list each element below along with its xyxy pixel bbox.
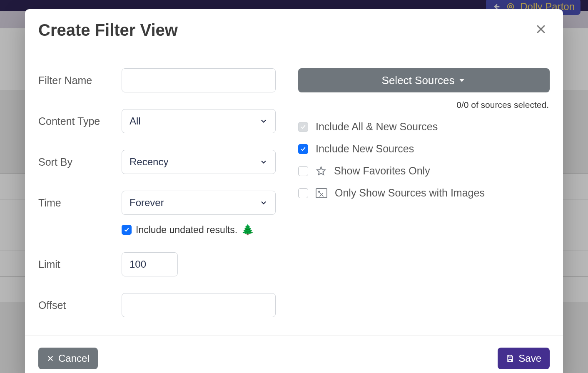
include-all-new-label: Include All & New Sources — [316, 121, 438, 133]
close-icon[interactable] — [532, 21, 550, 39]
label-filter-name: Filter Name — [38, 75, 122, 87]
option-favorites-only: Show Favorites Only — [298, 165, 550, 177]
chevron-down-icon — [259, 158, 268, 166]
include-new-label: Include New Sources — [316, 143, 414, 155]
images-only-label: Only Show Sources with Images — [335, 187, 485, 199]
x-icon — [47, 355, 54, 362]
sort-by-value: Recency — [130, 156, 168, 168]
chevron-down-icon — [259, 199, 268, 207]
image-icon — [316, 188, 327, 198]
save-icon — [506, 354, 514, 363]
limit-input[interactable] — [122, 252, 178, 276]
option-include-new: Include New Sources — [298, 143, 550, 155]
include-undated-checkbox[interactable] — [122, 225, 132, 235]
include-new-checkbox[interactable] — [298, 144, 308, 154]
save-label: Save — [518, 353, 541, 364]
tree-icon: 🌲 — [242, 224, 254, 236]
modal-header: Create Filter View — [25, 9, 563, 53]
cancel-label: Cancel — [58, 353, 90, 364]
include-undated-label: Include undated results. — [136, 224, 237, 236]
sort-by-select[interactable]: Recency — [122, 150, 276, 174]
star-icon — [316, 166, 326, 177]
content-type-select[interactable]: All — [122, 109, 276, 133]
label-time: Time — [38, 197, 122, 209]
caret-down-icon — [458, 76, 466, 85]
modal-footer: Cancel Save — [25, 336, 563, 373]
include-undated-row: Include undated results. 🌲 — [122, 224, 276, 236]
label-offset: Offset — [38, 299, 122, 311]
sources-selected-count: 0/0 of sources selected. — [298, 100, 549, 110]
cancel-button[interactable]: Cancel — [38, 348, 98, 369]
favorites-only-checkbox[interactable] — [298, 166, 308, 176]
label-limit: Limit — [38, 259, 122, 271]
option-include-all-new: Include All & New Sources — [298, 121, 550, 133]
chevron-down-icon — [259, 117, 268, 125]
images-only-checkbox[interactable] — [298, 188, 308, 198]
time-select[interactable]: Forever — [122, 191, 276, 215]
filter-name-input[interactable] — [122, 68, 276, 92]
option-sources-with-images: Only Show Sources with Images — [298, 187, 550, 199]
content-type-value: All — [130, 115, 141, 127]
label-content-type: Content Type — [38, 115, 122, 127]
favorites-only-label: Show Favorites Only — [334, 165, 430, 177]
select-sources-label: Select Sources — [382, 74, 455, 87]
time-value: Forever — [130, 197, 164, 209]
label-sort-by: Sort By — [38, 156, 122, 168]
save-button[interactable]: Save — [498, 348, 550, 369]
modal-create-filter: Create Filter View Filter Name Content T… — [25, 9, 563, 373]
modal-title: Create Filter View — [38, 21, 178, 40]
offset-input[interactable] — [122, 293, 276, 317]
include-all-new-checkbox — [298, 122, 308, 132]
select-sources-button[interactable]: Select Sources — [298, 68, 550, 92]
